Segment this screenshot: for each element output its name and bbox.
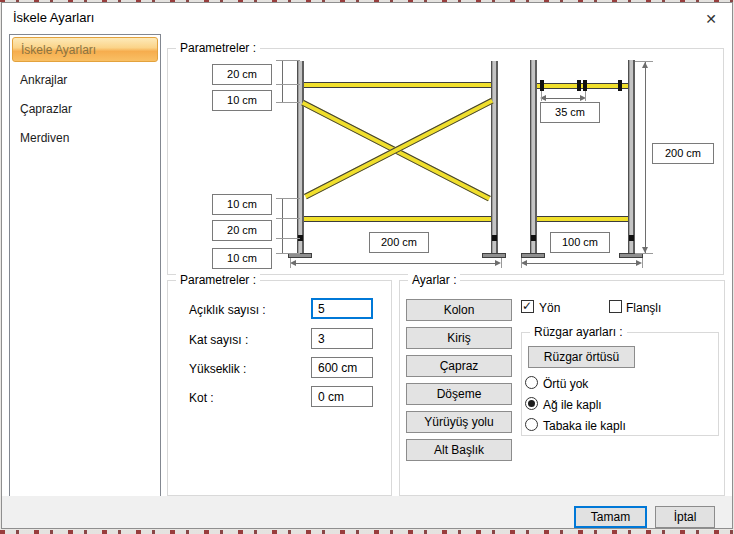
kat-sayisi-input[interactable] [311,328,373,349]
kot-input[interactable] [311,386,373,407]
params-groupbox-title: Parametreler : [176,273,260,287]
tabaka-ile-kapli-radio-label[interactable]: Tabaka ile kaplı [543,419,626,433]
sidebar-item-merdiven[interactable]: Merdiven [20,131,69,145]
post-right-a [530,60,537,253]
capraz-button[interactable]: Çapraz [406,355,512,377]
flansli-checkbox[interactable] [609,300,622,313]
dialog-iskele-ayarlari: İskele Ayarları ✕ İskele Ayarları Ankraj… [1,2,733,529]
rail-marker [583,80,587,91]
aciklik-sayisi-input[interactable] [311,298,373,319]
field-label-aciklik-sayisi: Açıklık sayısı : [189,303,266,317]
dialog-title: İskele Ayarları [13,10,94,25]
wind-groupbox-title: Rüzgar ayarları : [530,325,627,339]
ruzgar-ortusu-button[interactable]: Rüzgar örtüsü [528,346,635,368]
rail-left-top [304,82,491,88]
base-plate [521,253,545,258]
ortu-yok-radio-label[interactable]: Örtü yok [543,377,588,391]
dim-label-toe-gap: 20 cm [212,220,272,241]
dim-label-bay-width: 200 cm [369,232,429,253]
dim-label-frame-height: 200 cm [652,143,714,164]
rail-right-bottom [537,216,628,222]
yukseklik-input[interactable] [311,357,373,378]
dim-label-top-offset: 20 cm [212,64,272,85]
post-right-b [628,60,635,253]
yon-checkbox[interactable] [521,300,534,313]
close-icon[interactable]: ✕ [698,7,724,31]
dim-label-rail-gap: 10 cm [212,194,272,215]
titlebar: İskele Ayarları ✕ [2,3,732,34]
iptal-button[interactable]: İptal [655,506,715,528]
alt-baslik-button[interactable]: Alt Başlık [406,439,512,461]
rail-marker [577,80,581,91]
dim-label-frame-width: 100 cm [550,232,610,253]
ag-ile-kapli-radio-label[interactable]: Ağ ile kaplı [543,398,602,412]
field-label-yukseklik: Yükseklik : [189,362,246,376]
post-joint [629,235,634,241]
rail-marker [618,80,622,91]
rail-left-bottom [304,216,491,222]
dim-label-base-gap: 10 cm [212,248,272,269]
sidebar: İskele Ayarları Ankrajlar Çaprazlar Merd… [9,34,161,498]
rail-marker [540,80,544,91]
field-label-kot: Kot : [189,391,214,405]
background-app-edge-bottom [0,530,734,534]
dim-label-top-gap: 10 cm [212,90,272,111]
kolon-button[interactable]: Kolon [406,299,512,321]
post-joint [492,235,497,241]
flansli-checkbox-label[interactable]: Flanşlı [626,301,661,315]
diagram-groupbox-title: Parametreler : [176,41,260,55]
settings-groupbox-title: Ayarlar : [408,273,460,287]
kiris-button[interactable]: Kiriş [406,327,512,349]
post-joint [531,235,536,241]
post-left-b [491,61,498,253]
tabaka-ile-kapli-radio[interactable] [525,418,538,431]
doseme-button[interactable]: Döşeme [406,383,512,405]
yuruyus-yolu-button[interactable]: Yürüyüş yolu [406,411,512,433]
sidebar-item-ankrajlar[interactable]: Ankrajlar [20,73,67,87]
field-label-kat-sayisi: Kat sayısı : [189,333,248,347]
post-left-a [297,61,304,253]
sidebar-item-iskele-ayarlari[interactable]: İskele Ayarları [12,37,158,62]
base-plate [482,253,506,258]
tamam-button[interactable]: Tamam [574,506,647,528]
ortu-yok-radio[interactable] [525,376,538,389]
sidebar-item-caprazlar[interactable]: Çaprazlar [20,102,72,116]
dim-label-stud-spacing: 35 cm [540,102,600,123]
ag-ile-kapli-radio[interactable] [525,397,538,410]
yon-checkbox-label[interactable]: Yön [539,301,560,315]
